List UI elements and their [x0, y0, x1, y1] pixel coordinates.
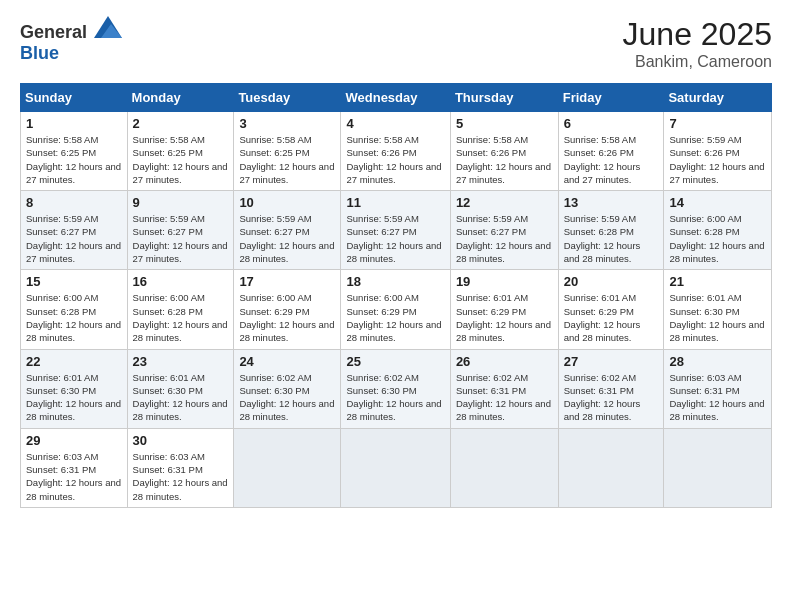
day-3: 3 Sunrise: 5:58 AMSunset: 6:25 PMDayligh… [234, 112, 341, 191]
day-10: 10 Sunrise: 5:59 AMSunset: 6:27 PMDaylig… [234, 191, 341, 270]
day-1: 1 Sunrise: 5:58 AMSunset: 6:25 PMDayligh… [21, 112, 128, 191]
month-title: June 2025 [623, 16, 772, 53]
day-21: 21 Sunrise: 6:01 AMSunset: 6:30 PMDaylig… [664, 270, 772, 349]
day-8: 8 Sunrise: 5:59 AMSunset: 6:27 PMDayligh… [21, 191, 128, 270]
page: General Blue June 2025 Bankim, Cameroon … [0, 0, 792, 612]
day-20: 20 Sunrise: 6:01 AMSunset: 6:29 PMDaylig… [558, 270, 664, 349]
day-12: 12 Sunrise: 5:59 AMSunset: 6:27 PMDaylig… [450, 191, 558, 270]
week-row-4: 22 Sunrise: 6:01 AMSunset: 6:30 PMDaylig… [21, 349, 772, 428]
calendar-header-row: Sunday Monday Tuesday Wednesday Thursday… [21, 84, 772, 112]
day-11: 11 Sunrise: 5:59 AMSunset: 6:27 PMDaylig… [341, 191, 450, 270]
col-monday: Monday [127, 84, 234, 112]
day-29: 29 Sunrise: 6:03 AMSunset: 6:31 PMDaylig… [21, 428, 128, 507]
week-row-1: 1 Sunrise: 5:58 AMSunset: 6:25 PMDayligh… [21, 112, 772, 191]
day-9: 9 Sunrise: 5:59 AMSunset: 6:27 PMDayligh… [127, 191, 234, 270]
day-28: 28 Sunrise: 6:03 AMSunset: 6:31 PMDaylig… [664, 349, 772, 428]
day-18: 18 Sunrise: 6:00 AMSunset: 6:29 PMDaylig… [341, 270, 450, 349]
day-5: 5 Sunrise: 5:58 AMSunset: 6:26 PMDayligh… [450, 112, 558, 191]
col-saturday: Saturday [664, 84, 772, 112]
day-13: 13 Sunrise: 5:59 AMSunset: 6:28 PMDaylig… [558, 191, 664, 270]
location-title: Bankim, Cameroon [623, 53, 772, 71]
col-wednesday: Wednesday [341, 84, 450, 112]
day-27: 27 Sunrise: 6:02 AMSunset: 6:31 PMDaylig… [558, 349, 664, 428]
calendar-table: Sunday Monday Tuesday Wednesday Thursday… [20, 83, 772, 508]
day-4: 4 Sunrise: 5:58 AMSunset: 6:26 PMDayligh… [341, 112, 450, 191]
day-23: 23 Sunrise: 6:01 AMSunset: 6:30 PMDaylig… [127, 349, 234, 428]
week-row-2: 8 Sunrise: 5:59 AMSunset: 6:27 PMDayligh… [21, 191, 772, 270]
day-26: 26 Sunrise: 6:02 AMSunset: 6:31 PMDaylig… [450, 349, 558, 428]
day-19: 19 Sunrise: 6:01 AMSunset: 6:29 PMDaylig… [450, 270, 558, 349]
title-block: June 2025 Bankim, Cameroon [623, 16, 772, 71]
empty-cell-1 [234, 428, 341, 507]
day-15: 15 Sunrise: 6:00 AMSunset: 6:28 PMDaylig… [21, 270, 128, 349]
empty-cell-5 [664, 428, 772, 507]
col-friday: Friday [558, 84, 664, 112]
day-7: 7 Sunrise: 5:59 AMSunset: 6:26 PMDayligh… [664, 112, 772, 191]
day-2: 2 Sunrise: 5:58 AMSunset: 6:25 PMDayligh… [127, 112, 234, 191]
day-30: 30 Sunrise: 6:03 AMSunset: 6:31 PMDaylig… [127, 428, 234, 507]
day-25: 25 Sunrise: 6:02 AMSunset: 6:30 PMDaylig… [341, 349, 450, 428]
empty-cell-2 [341, 428, 450, 507]
col-sunday: Sunday [21, 84, 128, 112]
day-16: 16 Sunrise: 6:00 AMSunset: 6:28 PMDaylig… [127, 270, 234, 349]
day-17: 17 Sunrise: 6:00 AMSunset: 6:29 PMDaylig… [234, 270, 341, 349]
day-24: 24 Sunrise: 6:02 AMSunset: 6:30 PMDaylig… [234, 349, 341, 428]
day-22: 22 Sunrise: 6:01 AMSunset: 6:30 PMDaylig… [21, 349, 128, 428]
day-14: 14 Sunrise: 6:00 AMSunset: 6:28 PMDaylig… [664, 191, 772, 270]
empty-cell-3 [450, 428, 558, 507]
logo-text: General Blue [20, 16, 122, 64]
logo-blue: Blue [20, 43, 59, 63]
logo: General Blue [20, 16, 122, 64]
logo-general: General [20, 22, 87, 42]
col-thursday: Thursday [450, 84, 558, 112]
day-6: 6 Sunrise: 5:58 AMSunset: 6:26 PMDayligh… [558, 112, 664, 191]
week-row-5: 29 Sunrise: 6:03 AMSunset: 6:31 PMDaylig… [21, 428, 772, 507]
col-tuesday: Tuesday [234, 84, 341, 112]
logo-icon [94, 16, 122, 38]
header: General Blue June 2025 Bankim, Cameroon [20, 16, 772, 71]
empty-cell-4 [558, 428, 664, 507]
week-row-3: 15 Sunrise: 6:00 AMSunset: 6:28 PMDaylig… [21, 270, 772, 349]
